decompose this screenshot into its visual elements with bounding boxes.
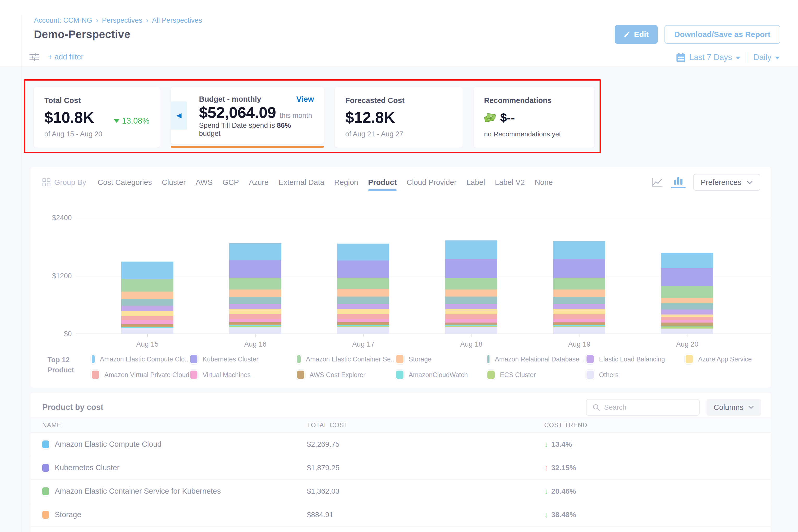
bar-segment-amazon-virtual-private-cloud[interactable]: [229, 314, 281, 318]
line-chart-icon[interactable]: [651, 177, 663, 187]
bar-segment-amazon-elastic-compute-clo[interactable]: [121, 262, 173, 279]
bar-segment-amazon-elastic-container-se[interactable]: [121, 279, 173, 291]
bar-segment-amazon-virtual-private-cloud[interactable]: [337, 314, 390, 319]
bar-segment-amazon-elastic-compute-clo[interactable]: [661, 253, 713, 268]
bar-segment-storage[interactable]: [121, 291, 173, 299]
bar-segment-amazon-relational-database[interactable]: [229, 297, 281, 304]
tab-none[interactable]: None: [535, 178, 553, 187]
tab-label-v2[interactable]: Label V2: [495, 178, 525, 187]
table-row-amazon-elastic-container-service-for-kubernetes[interactable]: Amazon Elastic Container Service for Kub…: [31, 480, 771, 503]
tab-azure[interactable]: Azure: [249, 178, 269, 187]
tab-label[interactable]: Label: [467, 178, 485, 187]
breadcrumb-item-account-ccm-ng[interactable]: Account: CCM-NG: [34, 16, 92, 24]
bar-segment-amazon-relational-database[interactable]: [553, 297, 605, 304]
columns-dropdown[interactable]: Columns: [706, 399, 761, 416]
bar-segment-amazon-virtual-private-cloud[interactable]: [661, 317, 713, 320]
bar-segment-storage[interactable]: [553, 289, 605, 297]
tab-aws[interactable]: AWS: [195, 178, 212, 187]
bar-segment-virtual-machines[interactable]: [121, 320, 173, 324]
bar-segment-azure-app-service[interactable]: [229, 309, 281, 314]
bar-segment-elastic-load-balancing[interactable]: [121, 306, 173, 311]
date-range-dropdown[interactable]: Last 7 Days: [676, 53, 740, 62]
bar-segment-amazon-relational-database[interactable]: [121, 299, 173, 306]
bar-segment-aws-cost-explorer[interactable]: [337, 322, 390, 325]
tab-product[interactable]: Product: [368, 178, 397, 187]
bar-chart-icon[interactable]: [671, 176, 686, 188]
bar-segment-amazon-elastic-container-se[interactable]: [445, 278, 497, 289]
bar-segment-elastic-load-balancing[interactable]: [337, 304, 390, 309]
budget-collapse-arrow[interactable]: ◀: [171, 101, 187, 130]
search-input[interactable]: [604, 403, 697, 412]
bar-segment-amazon-elastic-compute-clo[interactable]: [229, 243, 281, 261]
bar-segment-elastic-load-balancing[interactable]: [661, 309, 713, 315]
tab-cluster[interactable]: Cluster: [162, 178, 186, 187]
preferences-dropdown[interactable]: Preferences: [694, 174, 760, 191]
bar-segment-azure-app-service[interactable]: [337, 309, 390, 314]
bar-aug-20[interactable]: [661, 253, 713, 334]
bar-segment-kubernetes-cluster[interactable]: [229, 260, 281, 278]
bar-segment-kubernetes-cluster[interactable]: [337, 261, 390, 278]
bar-segment-amazon-relational-database[interactable]: [661, 303, 713, 309]
table-row-kubernetes-cluster[interactable]: Kubernetes Cluster$1,879.25↑32.15%: [31, 456, 771, 480]
bar-segment-storage[interactable]: [661, 298, 713, 303]
bar-segment-amazon-elastic-container-se[interactable]: [337, 278, 390, 289]
bar-segment-aws-cost-explorer[interactable]: [661, 323, 713, 326]
bar-segment-others[interactable]: [121, 328, 173, 334]
bar-segment-amazon-virtual-private-cloud[interactable]: [553, 314, 605, 319]
bar-segment-kubernetes-cluster[interactable]: [661, 268, 713, 286]
bar-segment-azure-app-service[interactable]: [445, 309, 497, 314]
bar-segment-amazon-relational-database[interactable]: [337, 297, 390, 304]
table-row-storage[interactable]: Storage$884.91↓38.48%: [31, 503, 771, 527]
bar-segment-amazon-elastic-compute-clo[interactable]: [445, 241, 497, 259]
bar-segment-azure-app-service[interactable]: [553, 309, 605, 314]
bar-segment-aws-cost-explorer[interactable]: [553, 322, 605, 325]
filter-sliders-icon[interactable]: [29, 53, 39, 62]
bar-segment-storage[interactable]: [445, 289, 497, 297]
bar-aug-19[interactable]: [553, 241, 605, 334]
add-filter-button[interactable]: + add filter: [48, 53, 83, 61]
bar-aug-15[interactable]: [121, 262, 173, 334]
bar-segment-elastic-load-balancing[interactable]: [553, 304, 605, 309]
bar-segment-aws-cost-explorer[interactable]: [229, 322, 281, 325]
bar-segment-virtual-machines[interactable]: [229, 319, 281, 322]
bar-segment-amazon-virtual-private-cloud[interactable]: [121, 316, 173, 320]
bar-segment-azure-app-service[interactable]: [661, 315, 713, 317]
bar-segment-amazon-elastic-compute-clo[interactable]: [553, 241, 605, 260]
bar-segment-virtual-machines[interactable]: [661, 320, 713, 323]
bar-segment-others[interactable]: [229, 327, 281, 334]
bar-segment-virtual-machines[interactable]: [445, 319, 497, 323]
tab-gcp[interactable]: GCP: [223, 178, 239, 187]
bar-segment-storage[interactable]: [337, 289, 390, 297]
bar-segment-kubernetes-cluster[interactable]: [553, 259, 605, 278]
bar-segment-others[interactable]: [661, 328, 713, 334]
granularity-dropdown[interactable]: Daily: [754, 53, 780, 62]
edit-button[interactable]: Edit: [615, 25, 658, 44]
bar-segment-elastic-load-balancing[interactable]: [445, 304, 497, 309]
bar-segment-aws-cost-explorer[interactable]: [121, 324, 173, 327]
bar-segment-amazon-elastic-container-se[interactable]: [553, 278, 605, 290]
bar-segment-others[interactable]: [445, 327, 497, 334]
tab-region[interactable]: Region: [334, 178, 358, 187]
bar-segment-virtual-machines[interactable]: [553, 319, 605, 322]
breadcrumb-item-all-perspectives[interactable]: All Perspectives: [152, 16, 202, 24]
download-save-report-button[interactable]: Download/Save as Report: [664, 25, 780, 44]
bar-segment-others[interactable]: [337, 327, 390, 334]
tab-cost-categories[interactable]: Cost Categories: [98, 178, 152, 187]
bar-segment-amazon-elastic-compute-clo[interactable]: [337, 244, 390, 261]
table-row-amazon-elastic-compute-cloud[interactable]: Amazon Elastic Compute Cloud$2,269.75↓13…: [31, 433, 771, 456]
bar-segment-amazon-elastic-container-se[interactable]: [661, 286, 713, 298]
bar-segment-storage[interactable]: [229, 289, 281, 297]
bar-segment-amazon-elastic-container-se[interactable]: [229, 278, 281, 289]
bar-aug-18[interactable]: [445, 241, 497, 334]
tab-cloud-provider[interactable]: Cloud Provider: [406, 178, 457, 187]
bar-segment-aws-cost-explorer[interactable]: [445, 323, 497, 325]
breadcrumb-item-perspectives[interactable]: Perspectives: [102, 16, 142, 24]
bar-segment-others[interactable]: [553, 327, 605, 334]
bar-segment-amazon-virtual-private-cloud[interactable]: [445, 314, 497, 319]
bar-segment-elastic-load-balancing[interactable]: [229, 304, 281, 309]
bar-segment-virtual-machines[interactable]: [337, 319, 390, 322]
budget-view-link[interactable]: View: [296, 95, 314, 103]
bar-segment-kubernetes-cluster[interactable]: [445, 259, 497, 278]
bar-aug-16[interactable]: [229, 243, 281, 334]
bar-segment-azure-app-service[interactable]: [121, 311, 173, 316]
